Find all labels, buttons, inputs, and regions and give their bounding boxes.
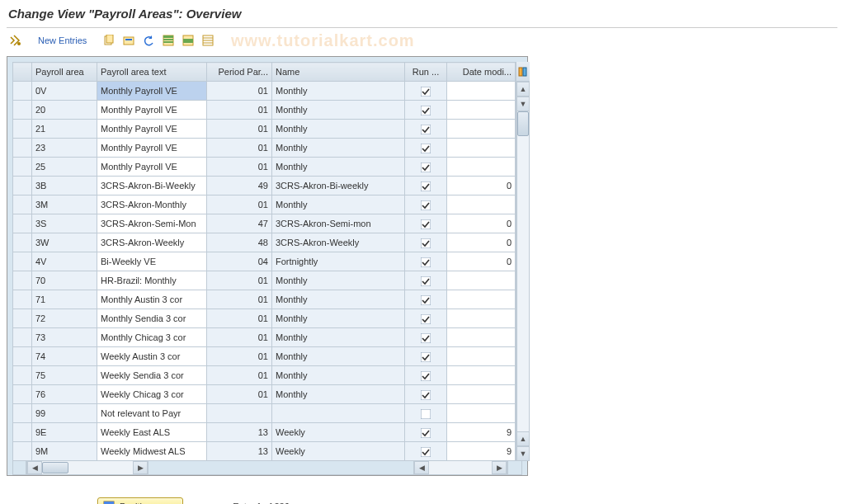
- cell-text[interactable]: Weekly Sendia 3 cor: [97, 366, 207, 385]
- cell-period[interactable]: 01: [207, 385, 272, 404]
- cell-area[interactable]: 25: [32, 158, 97, 177]
- cell-date[interactable]: [447, 366, 516, 385]
- cell-name[interactable]: Monthly: [272, 290, 405, 309]
- col-header-period[interactable]: Period Par...: [207, 63, 272, 82]
- cell-date[interactable]: [447, 158, 516, 177]
- toggle-tool-icon[interactable]: [8, 33, 23, 48]
- cell-name[interactable]: Monthly: [272, 347, 405, 366]
- cell-name[interactable]: Monthly: [272, 328, 405, 347]
- cell-date[interactable]: [447, 139, 516, 158]
- table-row[interactable]: 70HR-Brazil: Monthly01Monthly: [13, 271, 516, 290]
- row-selector[interactable]: [13, 82, 32, 101]
- cell-run[interactable]: [405, 139, 447, 158]
- row-selector[interactable]: [13, 404, 32, 423]
- checkbox-icon[interactable]: [421, 181, 431, 191]
- row-selector[interactable]: [13, 385, 32, 404]
- cell-period[interactable]: 13: [207, 442, 272, 461]
- cell-run[interactable]: [405, 82, 447, 101]
- cell-area[interactable]: 21: [32, 120, 97, 139]
- cell-run[interactable]: [405, 328, 447, 347]
- cell-text[interactable]: Monthly Payroll VE: [97, 139, 207, 158]
- cell-period[interactable]: 01: [207, 271, 272, 290]
- cell-area[interactable]: 3W: [32, 233, 97, 252]
- row-selector[interactable]: [13, 158, 32, 177]
- table-row[interactable]: 23Monthly Payroll VE01Monthly: [13, 139, 516, 158]
- vertical-scrollbar[interactable]: ▲ ▼ ▲ ▼: [516, 62, 530, 461]
- new-entries-button[interactable]: New Entries: [38, 35, 87, 45]
- cell-area[interactable]: 76: [32, 385, 97, 404]
- cell-text[interactable]: 3CRS-Akron-Semi-Mon: [97, 214, 207, 233]
- cell-name[interactable]: Monthly: [272, 82, 405, 101]
- cell-area[interactable]: 23: [32, 139, 97, 158]
- col-header-run[interactable]: Run ...: [405, 63, 447, 82]
- cell-area[interactable]: 3M: [32, 195, 97, 214]
- cell-period[interactable]: 47: [207, 214, 272, 233]
- cell-area[interactable]: 70: [32, 271, 97, 290]
- cell-text[interactable]: Monthly Payroll VE: [97, 82, 207, 101]
- checkbox-icon[interactable]: [421, 87, 431, 97]
- hscroll-right-left-btn[interactable]: ◀: [414, 461, 429, 474]
- cell-area[interactable]: 3S: [32, 214, 97, 233]
- cell-date[interactable]: 0: [447, 214, 516, 233]
- cell-run[interactable]: [405, 214, 447, 233]
- cell-run[interactable]: [405, 158, 447, 177]
- cell-area[interactable]: 99: [32, 404, 97, 423]
- cell-date[interactable]: [447, 120, 516, 139]
- col-header-date[interactable]: Date modi...: [447, 63, 516, 82]
- table-row[interactable]: 76Weekly Chicag 3 cor01Monthly: [13, 385, 516, 404]
- cell-name[interactable]: Weekly: [272, 442, 405, 461]
- cell-run[interactable]: [405, 233, 447, 252]
- col-header-selector[interactable]: [13, 63, 32, 82]
- row-selector[interactable]: [13, 423, 32, 442]
- row-selector[interactable]: [13, 252, 32, 271]
- checkbox-icon[interactable]: [421, 371, 431, 381]
- cell-run[interactable]: [405, 120, 447, 139]
- cell-text[interactable]: 3CRS-Akron-Bi-Weekly: [97, 177, 207, 195]
- delete-icon[interactable]: [121, 33, 136, 48]
- row-selector[interactable]: [13, 101, 32, 120]
- cell-date[interactable]: [447, 271, 516, 290]
- checkbox-icon[interactable]: [421, 428, 431, 438]
- row-selector[interactable]: [13, 347, 32, 366]
- checkbox-icon[interactable]: [421, 257, 431, 267]
- table-row[interactable]: 20Monthly Payroll VE01Monthly: [13, 101, 516, 120]
- cell-period[interactable]: 01: [207, 82, 272, 101]
- table-row[interactable]: 74Weekly Austin 3 cor01Monthly: [13, 347, 516, 366]
- cell-name[interactable]: Monthly: [272, 139, 405, 158]
- cell-area[interactable]: 74: [32, 347, 97, 366]
- cell-period[interactable]: 01: [207, 328, 272, 347]
- cell-name[interactable]: [272, 404, 405, 423]
- table-row[interactable]: 21Monthly Payroll VE01Monthly: [13, 120, 516, 139]
- position-button[interactable]: Position...: [97, 497, 183, 504]
- checkbox-icon[interactable]: [421, 163, 431, 172]
- scroll-thumb[interactable]: [517, 111, 529, 136]
- hscroll-left-thumb[interactable]: [42, 462, 68, 473]
- checkbox-icon[interactable]: [421, 219, 431, 229]
- cell-text[interactable]: Weekly Chicag 3 cor: [97, 385, 207, 404]
- row-selector[interactable]: [13, 271, 32, 290]
- cell-run[interactable]: [405, 101, 447, 120]
- cell-area[interactable]: 4V: [32, 252, 97, 271]
- cell-text[interactable]: Weekly Midwest ALS: [97, 442, 207, 461]
- table-row[interactable]: 4VBi-Weekly VE04Fortnightly0: [13, 252, 516, 271]
- cell-period[interactable]: 04: [207, 252, 272, 271]
- row-selector[interactable]: [13, 233, 32, 252]
- cell-name[interactable]: 3CRS-Akron-Bi-weekly: [272, 177, 405, 195]
- cell-date[interactable]: 0: [447, 252, 516, 271]
- cell-text[interactable]: Monthly Payroll VE: [97, 101, 207, 120]
- cell-run[interactable]: [405, 385, 447, 404]
- cell-period[interactable]: 48: [207, 233, 272, 252]
- cell-text[interactable]: Monthly Payroll VE: [97, 120, 207, 139]
- row-selector[interactable]: [13, 309, 32, 328]
- table-row[interactable]: 75Weekly Sendia 3 cor01Monthly: [13, 366, 516, 385]
- cell-run[interactable]: [405, 252, 447, 271]
- table-row[interactable]: 3S3CRS-Akron-Semi-Mon473CRS-Akron-Semi-m…: [13, 214, 516, 233]
- cell-text[interactable]: Bi-Weekly VE: [97, 252, 207, 271]
- deselect-all-icon[interactable]: [200, 33, 215, 48]
- checkbox-icon[interactable]: [421, 106, 431, 115]
- table-row[interactable]: 25Monthly Payroll VE01Monthly: [13, 158, 516, 177]
- col-header-area[interactable]: Payroll area: [32, 63, 97, 82]
- cell-area[interactable]: 9M: [32, 442, 97, 461]
- cell-date[interactable]: [447, 404, 516, 423]
- table-row[interactable]: 3B3CRS-Akron-Bi-Weekly493CRS-Akron-Bi-we…: [13, 177, 516, 195]
